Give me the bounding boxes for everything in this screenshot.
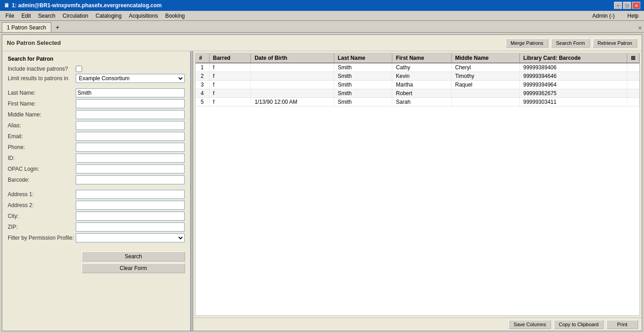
alias-input[interactable] [76, 121, 185, 130]
col-header-barred[interactable]: Barred [209, 53, 251, 63]
cell-barred: f [209, 63, 251, 72]
alias-row: Alias: [8, 121, 185, 130]
results-table-wrapper: # Barred Date of Birth Last Name First N… [195, 53, 640, 316]
col-header-firstname[interactable]: First Name [392, 53, 451, 63]
cell-barred: f [209, 81, 251, 89]
city-input[interactable] [76, 212, 185, 221]
cell-expand [627, 72, 639, 81]
table-row[interactable]: 3fSmithMarthaRaquel99999394964 [195, 81, 639, 89]
menu-search[interactable]: Search [34, 12, 59, 20]
cell-middle_name: Timothy [451, 72, 519, 81]
table-row[interactable]: 2fSmithKevinTimothy99999394646 [195, 72, 639, 81]
tab-bar-close-button[interactable]: ✕ [638, 24, 642, 31]
city-label: City: [8, 213, 76, 219]
cell-barred: f [209, 72, 251, 81]
table-row[interactable]: 5f1/13/90 12:00 AMSmithSarah99999303411 [195, 98, 639, 106]
menu-acquisitions[interactable]: Acquisitions [125, 12, 161, 20]
col-header-middlename[interactable]: Middle Name [451, 53, 519, 63]
cell-num: 2 [195, 72, 209, 81]
last-name-label: Last Name: [8, 90, 76, 96]
include-inactive-row: Include inactive patrons? [8, 66, 185, 72]
id-input[interactable] [76, 154, 185, 163]
barcode-input[interactable] [76, 175, 185, 184]
last-name-row: Last Name: [8, 88, 185, 97]
cell-expand [627, 81, 639, 89]
close-window-button[interactable]: ✕ [632, 2, 640, 9]
zip-label: ZIP: [8, 224, 76, 230]
menu-edit[interactable]: Edit [18, 12, 34, 20]
include-inactive-label: Include inactive patrons? [8, 66, 76, 72]
save-columns-button[interactable]: Save Columns [508, 320, 551, 329]
cell-barcode: 99999362675 [519, 89, 627, 98]
address2-row: Address 2: [8, 201, 185, 210]
cell-num: 5 [195, 98, 209, 106]
col-header-expand[interactable]: ⊞ [627, 53, 639, 63]
first-name-input[interactable] [76, 99, 185, 108]
cell-num: 4 [195, 89, 209, 98]
cell-first_name: Sarah [392, 98, 451, 106]
first-name-row: First Name: [8, 99, 185, 108]
merge-patrons-button[interactable]: Merge Patrons [506, 39, 548, 48]
title-bar-left: 🖥 1: admin@BR1-winxpvmfx.phasefx.evergre… [4, 2, 161, 9]
menu-circulation[interactable]: Circulation [59, 12, 92, 20]
opac-login-row: OPAC Login: [8, 164, 185, 174]
col-header-num: # [195, 53, 209, 63]
tab-patron-search[interactable]: 1 Patron Search [2, 22, 51, 32]
menu-booking[interactable]: Booking [161, 12, 188, 20]
address2-input[interactable] [76, 201, 185, 210]
consortium-select[interactable]: Example Consortium [76, 74, 185, 83]
menu-cataloging[interactable]: Cataloging [92, 12, 125, 20]
copy-clipboard-button[interactable]: Copy to Clipboard [554, 320, 604, 329]
maximize-button[interactable]: □ [623, 2, 631, 9]
menu-file[interactable]: File [2, 12, 18, 20]
main-content: No Patron Selected Merge Patrons Search … [2, 34, 642, 331]
barcode-label: Barcode: [8, 177, 76, 183]
table-row[interactable]: 1fSmithCathyCheryl99999389406 [195, 63, 639, 72]
limit-results-row: Limit results to patrons in Example Cons… [8, 74, 185, 83]
col-header-dob[interactable]: Date of Birth [251, 53, 334, 63]
opac-login-input[interactable] [76, 164, 185, 174]
limit-results-label: Limit results to patrons in [8, 75, 76, 82]
menu-right: Admin (-) Help [589, 12, 642, 20]
retrieve-patron-button[interactable]: Retrieve Patron [593, 39, 637, 48]
menu-admin[interactable]: Admin (-) [589, 12, 618, 20]
tab-add-button[interactable]: + [52, 22, 63, 32]
title-bar-controls[interactable]: − □ ✕ [614, 2, 640, 9]
cell-first_name: Robert [392, 89, 451, 98]
email-row: Email: [8, 132, 185, 141]
filter-profile-select[interactable] [76, 233, 185, 242]
filter-profile-label: Filter by Permission Profile: [8, 235, 76, 241]
cell-dob [251, 72, 334, 81]
cell-expand [627, 89, 639, 98]
cell-middle_name [451, 89, 519, 98]
email-input[interactable] [76, 132, 185, 141]
results-table: # Barred Date of Birth Last Name First N… [195, 53, 639, 106]
minimize-button[interactable]: − [614, 2, 622, 9]
col-header-barcode[interactable]: Library Card: Barcode [519, 53, 627, 63]
menu-help[interactable]: Help [624, 12, 642, 20]
cell-dob [251, 63, 334, 72]
col-header-lastname[interactable]: Last Name [334, 53, 392, 63]
phone-row: Phone: [8, 143, 185, 152]
include-inactive-checkbox[interactable] [76, 66, 82, 72]
middle-name-input[interactable] [76, 110, 185, 119]
table-row[interactable]: 4fSmithRobert99999362675 [195, 89, 639, 98]
clear-form-button[interactable]: Clear Form [82, 263, 185, 273]
address1-input[interactable] [76, 190, 185, 199]
results-panel: # Barred Date of Birth Last Name First N… [193, 51, 642, 331]
barcode-row: Barcode: [8, 175, 185, 184]
email-label: Email: [8, 133, 76, 140]
last-name-input[interactable] [76, 88, 185, 97]
search-button[interactable]: Search [82, 251, 185, 261]
cell-dob [251, 89, 334, 98]
print-button[interactable]: Print [606, 320, 638, 329]
cell-last_name: Smith [334, 98, 392, 106]
phone-input[interactable] [76, 143, 185, 152]
zip-input[interactable] [76, 222, 185, 232]
search-form-button[interactable]: Search Form [551, 39, 590, 48]
title-bar: 🖥 1: admin@BR1-winxpvmfx.phasefx.evergre… [0, 0, 644, 11]
phone-label: Phone: [8, 144, 76, 150]
filter-profile-row: Filter by Permission Profile: [8, 233, 185, 242]
cell-first_name: Kevin [392, 72, 451, 81]
cell-dob: 1/13/90 12:00 AM [251, 98, 334, 106]
